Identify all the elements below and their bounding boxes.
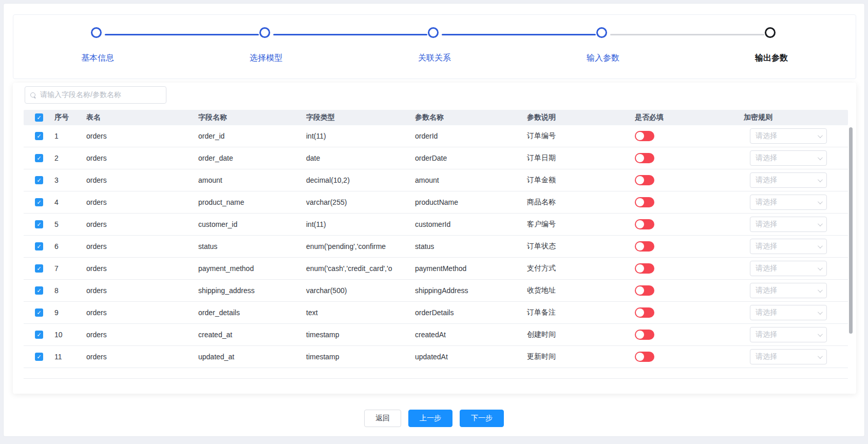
- table-row: ✓ 11 orders updated_at timestamp updated…: [24, 346, 848, 368]
- toggle-knob-icon: [636, 286, 644, 295]
- cell-field-type: decimal(10,2): [300, 176, 409, 184]
- row-checkbox[interactable]: ✓: [35, 154, 43, 162]
- table-row: ✓ 7 orders payment_method enum('cash','c…: [24, 258, 848, 280]
- encrypt-rule-select[interactable]: 请选择: [750, 128, 827, 144]
- chevron-down-icon: [818, 177, 823, 182]
- required-toggle[interactable]: [635, 285, 654, 296]
- row-checkbox[interactable]: ✓: [35, 176, 43, 184]
- select-all-checkbox[interactable]: ✓: [35, 113, 43, 122]
- cell-table-name: orders: [80, 286, 192, 295]
- toggle-knob-icon: [636, 353, 644, 361]
- cell-param-desc: 订单编号: [521, 131, 629, 141]
- cell-required: [629, 263, 738, 274]
- row-checkbox-cell: ✓: [24, 132, 48, 140]
- row-checkbox[interactable]: ✓: [35, 132, 43, 140]
- encrypt-rule-select[interactable]: 请选择: [750, 283, 827, 298]
- cell-param-desc: 订单日期: [521, 153, 629, 163]
- table-scrollbar-thumb[interactable]: [849, 127, 853, 334]
- cell-required: [629, 175, 738, 185]
- cell-field-type: varchar(255): [300, 198, 409, 206]
- select-placeholder: 请选择: [756, 131, 777, 141]
- search-input[interactable]: 请输入字段名称/参数名称: [25, 86, 166, 104]
- cell-param-name: updatedAt: [409, 353, 521, 361]
- required-toggle[interactable]: [635, 131, 654, 141]
- cell-index: 9: [48, 308, 80, 317]
- encrypt-rule-select[interactable]: 请选择: [750, 172, 827, 188]
- chevron-down-icon: [818, 155, 823, 160]
- row-checkbox[interactable]: ✓: [35, 286, 43, 295]
- cell-encrypt-rule: 请选择: [738, 172, 848, 188]
- toggle-knob-icon: [636, 242, 644, 250]
- table-body: ✓ 1 orders order_id int(11) orderId 订单编号: [24, 125, 848, 368]
- cell-table-name: orders: [80, 132, 192, 140]
- required-toggle[interactable]: [635, 263, 654, 274]
- required-toggle[interactable]: [635, 352, 654, 362]
- cell-index: 1: [48, 132, 80, 140]
- required-toggle[interactable]: [635, 153, 654, 163]
- cell-field-type: int(11): [300, 132, 409, 140]
- cell-param-name: orderId: [409, 132, 521, 140]
- select-placeholder: 请选择: [756, 198, 777, 207]
- cell-param-name: orderDate: [409, 154, 521, 162]
- cell-required: [629, 219, 738, 229]
- table-row: ✓ 4 orders product_name varchar(255) pro…: [24, 191, 848, 214]
- footer-button[interactable]: 上一步: [408, 410, 452, 427]
- encrypt-rule-select[interactable]: 请选择: [750, 305, 827, 320]
- row-checkbox[interactable]: ✓: [35, 198, 43, 206]
- select-placeholder: 请选择: [756, 153, 777, 163]
- required-toggle[interactable]: [635, 219, 654, 229]
- stepper-labels: 基本信息 选择模型 关联关系 输入参数 输出参数: [13, 53, 856, 64]
- step-circle-icon: [259, 27, 270, 38]
- row-checkbox-cell: ✓: [24, 242, 48, 250]
- cell-index: 11: [48, 353, 80, 361]
- row-checkbox-cell: ✓: [24, 154, 48, 162]
- cell-field-name: order_details: [192, 308, 300, 317]
- cell-param-name: shippingAddress: [409, 286, 521, 295]
- required-toggle[interactable]: [635, 330, 654, 340]
- cell-required: [629, 197, 738, 207]
- encrypt-rule-select[interactable]: 请选择: [750, 150, 827, 166]
- cell-index: 7: [48, 264, 80, 273]
- required-toggle[interactable]: [635, 175, 654, 185]
- select-placeholder: 请选择: [756, 176, 777, 185]
- row-checkbox[interactable]: ✓: [35, 331, 43, 339]
- cell-table-name: orders: [80, 176, 192, 184]
- cell-param-name: createdAt: [409, 331, 521, 339]
- cell-param-name: orderDetails: [409, 308, 521, 317]
- encrypt-rule-select[interactable]: 请选择: [750, 195, 827, 210]
- table-row: ✓ 2 orders order_date date orderDate 订单日…: [24, 147, 848, 169]
- row-checkbox[interactable]: ✓: [35, 308, 43, 317]
- table-card: 请输入字段名称/参数名称 ✓ 序号 表名 字段名称 字段类型 参数名称: [13, 83, 856, 394]
- encrypt-rule-select[interactable]: 请选择: [750, 349, 827, 364]
- cell-param-desc: 商品名称: [521, 198, 629, 207]
- chevron-down-icon: [818, 265, 823, 271]
- cell-field-type: text: [300, 308, 409, 317]
- chevron-down-icon: [818, 133, 823, 138]
- encrypt-rule-select[interactable]: 请选择: [750, 239, 827, 254]
- cell-field-name: product_name: [192, 198, 300, 206]
- encrypt-rule-select[interactable]: 请选择: [750, 217, 827, 232]
- cell-field-type: date: [300, 154, 409, 162]
- cell-param-desc: 更新时间: [521, 352, 629, 361]
- required-toggle[interactable]: [635, 197, 654, 207]
- toggle-knob-icon: [636, 331, 644, 339]
- cell-table-name: orders: [80, 331, 192, 339]
- select-placeholder: 请选择: [756, 352, 777, 361]
- table-row: ✓ 3 orders amount decimal(10,2) amount 订…: [24, 169, 848, 191]
- step-circle-icon: [91, 27, 102, 38]
- cell-field-type: varchar(500): [300, 286, 409, 295]
- cell-index: 3: [48, 176, 80, 184]
- required-toggle[interactable]: [635, 241, 654, 252]
- row-checkbox[interactable]: ✓: [35, 353, 43, 361]
- encrypt-rule-select[interactable]: 请选择: [750, 327, 827, 342]
- row-checkbox[interactable]: ✓: [35, 220, 43, 228]
- encrypt-rule-select[interactable]: 请选择: [750, 261, 827, 276]
- row-checkbox[interactable]: ✓: [35, 264, 43, 273]
- cell-param-desc: 订单金额: [521, 176, 629, 185]
- column-header: 字段名称: [192, 113, 300, 122]
- footer-button[interactable]: 返回: [364, 410, 401, 427]
- column-header: 表名: [80, 113, 192, 122]
- required-toggle[interactable]: [635, 307, 654, 318]
- row-checkbox[interactable]: ✓: [35, 242, 43, 250]
- footer-button[interactable]: 下一步: [460, 410, 504, 427]
